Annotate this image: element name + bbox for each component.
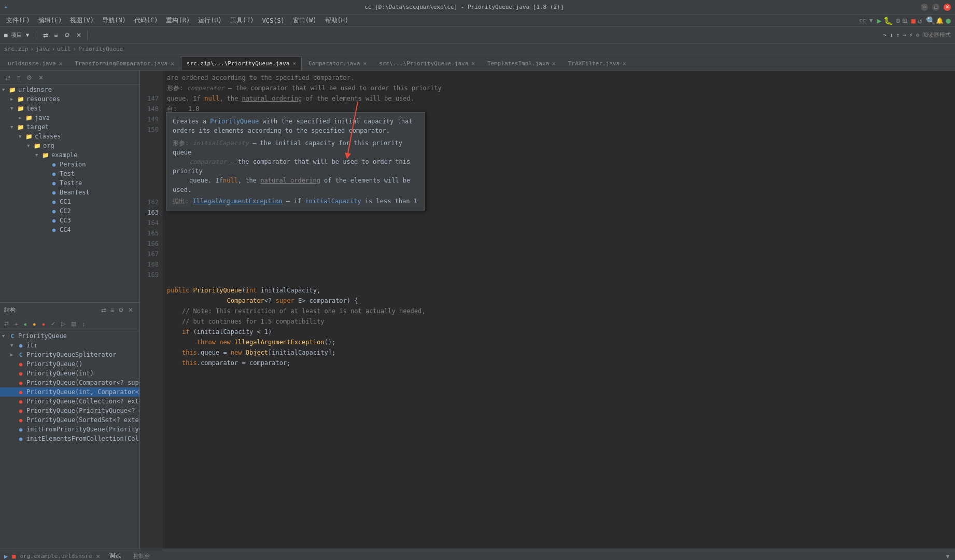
struct-item-pqint[interactable]: ▶ ● PriorityQueue(int) <box>0 369 139 378</box>
debug-resume-btn[interactable]: ▶ <box>4 553 8 560</box>
toolbar-settings-btn[interactable]: ⚙ <box>62 30 73 40</box>
sidebar-settings-btn[interactable]: ⚙ <box>24 73 34 82</box>
struct-item-initfrom[interactable]: ▶ ● initFromPriorityQueue(PriorityQueue<… <box>0 425 139 434</box>
struct-btn4[interactable]: ● <box>31 320 38 328</box>
tree-item-testre[interactable]: ▶ ● Testre <box>0 178 139 188</box>
tab-close-transforming[interactable]: × <box>171 60 174 67</box>
struct-item-itr[interactable]: ▼ ● itr <box>0 341 139 350</box>
menu-navigate[interactable]: 导航(N) <box>98 15 130 26</box>
tree-item-beantest[interactable]: ▶ ● BeanTest <box>0 188 139 197</box>
debug-filter-btn[interactable]: ▼ <box>945 553 951 560</box>
menu-code[interactable]: 代码(C) <box>130 15 162 26</box>
tree-item-classes[interactable]: ▼ 📁 classes <box>0 132 139 141</box>
tab-close-trax[interactable]: × <box>623 60 626 67</box>
tree-item-cc4[interactable]: ▶ ● CC4 <box>0 225 139 234</box>
tab-traxfilter[interactable]: TrAXFilter.java × <box>563 57 632 70</box>
tree-item-test[interactable]: ▼ 📁 test <box>0 104 139 113</box>
reader-mode-btn[interactable]: 阅读器模式 <box>922 31 951 39</box>
profile-button[interactable]: ⊞ <box>902 16 907 25</box>
stop-button[interactable]: ■ <box>911 17 915 25</box>
struct-item-pq0[interactable]: ▶ ● PriorityQueue() <box>0 359 139 369</box>
menu-window[interactable]: 窗口(W) <box>289 15 321 26</box>
tree-item-target[interactable]: ▼ 📁 target <box>0 122 139 132</box>
structure-close-btn[interactable]: ✕ <box>126 305 135 315</box>
tree-item-java[interactable]: ▶ 📁 java <box>0 113 139 122</box>
menu-file[interactable]: 文件(F) <box>2 15 34 26</box>
debug-tab-console[interactable]: 控制台 <box>128 551 156 560</box>
menu-run[interactable]: 运行(U) <box>194 15 226 26</box>
struct-item-pqcomp[interactable]: ▶ ● PriorityQueue(Comparator<? super E>) <box>0 378 139 387</box>
code-content-area[interactable]: are ordered according to the specified c… <box>163 71 955 549</box>
structure-sort-btn[interactable]: ⇄ <box>99 305 108 315</box>
tab-templatesimpl[interactable]: TemplatesImpl.java × <box>482 57 561 70</box>
sidebar-close-btn[interactable]: ✕ <box>36 73 46 82</box>
step-into-btn[interactable]: ↓ <box>890 32 893 38</box>
struct-item-initelems[interactable]: ▶ ● initElementsFromCollection(Collectio… <box>0 434 139 443</box>
tree-item-cc3[interactable]: ▶ ● CC3 <box>0 216 139 225</box>
struct-item-pqss[interactable]: ▶ ● PriorityQueue(SortedSet<? extends E>… <box>0 415 139 425</box>
run-config-dropdown[interactable]: cc ▼ <box>859 17 873 24</box>
debug-settings-btn[interactable]: ⚙ <box>916 32 919 38</box>
breadcrumb-util[interactable]: util <box>57 46 71 52</box>
close-button[interactable]: ✕ <box>944 4 951 11</box>
struct-btn7[interactable]: ▷ <box>59 319 67 328</box>
struct-btn2[interactable]: + <box>12 320 20 328</box>
menu-refactor[interactable]: 重构(R) <box>162 15 194 26</box>
breadcrumb-java[interactable]: java <box>36 46 50 52</box>
struct-item-pqpq[interactable]: ▶ ● PriorityQueue(PriorityQueue<? extend… <box>0 406 139 415</box>
project-dropdown[interactable]: ■ 项目 ▼ <box>4 31 30 39</box>
menu-vcs[interactable]: VCS(S) <box>258 16 289 25</box>
tab-transforming[interactable]: TransformingComparator.java × <box>69 57 179 70</box>
breadcrumb-src[interactable]: src.zip <box>4 46 28 52</box>
tab-close-priorityqueue[interactable]: × <box>292 60 296 67</box>
tree-item-persion[interactable]: ▶ ● Persion <box>0 160 139 169</box>
struct-btn9[interactable]: ↕ <box>80 320 87 328</box>
struct-item-pqintcomp[interactable]: ▶ ● PriorityQueue(int, Comparator<? supe… <box>0 387 139 397</box>
eval-expression-btn[interactable]: ⚡ <box>909 32 913 38</box>
tab-close-urldsnsre[interactable]: × <box>59 60 63 67</box>
coverage-button[interactable]: ⊕ <box>895 16 900 25</box>
struct-item-pq[interactable]: ▼ C PriorityQueue <box>0 331 139 341</box>
tree-item-urldsnsre[interactable]: ▼ 📁 urldsnsre <box>0 85 139 94</box>
run-button[interactable]: ▶ <box>877 16 881 25</box>
sidebar-toolbar-btn2[interactable]: ≡ <box>15 73 22 82</box>
sidebar-toolbar-btn1[interactable]: ⇄ <box>3 73 12 82</box>
tab-comparator[interactable]: Comparator.java × <box>303 57 372 70</box>
tab-urldsnsre[interactable]: urldsnsre.java × <box>2 57 68 70</box>
structure-settings-btn[interactable]: ⚙ <box>116 305 126 315</box>
menu-view[interactable]: 视图(V) <box>66 15 98 26</box>
step-over-btn[interactable]: ↷ <box>883 32 887 38</box>
tab-close-comparator[interactable]: × <box>363 60 367 67</box>
tree-item-cc1[interactable]: ▶ ● CC1 <box>0 197 139 206</box>
menu-edit[interactable]: 编辑(E) <box>34 15 66 26</box>
menu-tools[interactable]: 工具(T) <box>226 15 258 26</box>
struct-btn5[interactable]: ● <box>40 320 48 328</box>
tab-priorityqueue-active[interactable]: src.zip\...\PriorityQueue.java × <box>181 57 302 70</box>
debug-stop-icon[interactable]: ■ <box>12 553 16 560</box>
toolbar-sync-btn[interactable]: ⇄ <box>40 30 51 40</box>
tree-item-test2[interactable]: ▶ ● Test <box>0 169 139 178</box>
toolbar-collapse-btn[interactable]: ≡ <box>52 30 61 40</box>
struct-item-pqcol[interactable]: ▶ ● PriorityQueue(Collection<? extends E… <box>0 397 139 406</box>
step-out-btn[interactable]: ↑ <box>896 32 900 38</box>
tree-item-example[interactable]: ▼ 📁 example <box>0 150 139 160</box>
tab-priorityqueue2[interactable]: src\...\PriorityQueue.java × <box>373 57 481 70</box>
structure-collapse-btn[interactable]: ≡ <box>108 305 116 315</box>
struct-btn6[interactable]: ✓ <box>49 319 58 328</box>
breadcrumb-class[interactable]: PriorityQueue <box>78 46 123 52</box>
struct-btn8[interactable]: ▤ <box>69 319 78 328</box>
menu-help[interactable]: 帮助(H) <box>321 15 353 26</box>
tree-item-cc2[interactable]: ▶ ● CC2 <box>0 206 139 216</box>
maximize-button[interactable]: □ <box>932 4 939 11</box>
struct-item-spliterator[interactable]: ▶ C PriorityQueueSpliterator <box>0 350 139 359</box>
debug-button[interactable]: 🐛 <box>883 16 893 25</box>
minimize-button[interactable]: ─ <box>921 4 928 11</box>
tab-close-templates[interactable]: × <box>552 60 556 67</box>
debug-session-label[interactable]: org.example.urldsnsre <box>20 553 92 559</box>
run-to-cursor-btn[interactable]: ⇒ <box>903 32 906 38</box>
tree-item-org[interactable]: ▼ 📁 org <box>0 141 139 150</box>
struct-btn1[interactable]: ⇄ <box>2 319 11 328</box>
search-everywhere-button[interactable]: 🔍 <box>926 16 936 25</box>
rerun-button[interactable]: ↺ <box>918 17 922 25</box>
toolbar-close-panel-btn[interactable]: ✕ <box>74 30 84 40</box>
